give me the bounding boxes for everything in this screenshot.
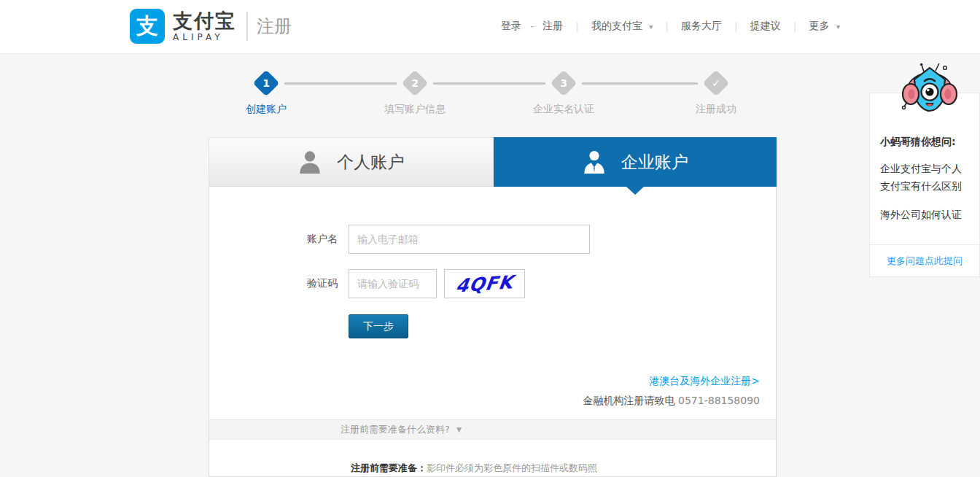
brand-text: 支付宝 ALIPAY xyxy=(173,10,236,42)
nav-my-alipay-link[interactable]: 我的支付宝 ▾ xyxy=(591,20,653,33)
nav-suggestion-link[interactable]: 提建议 xyxy=(750,20,781,33)
brand-name-en: ALIPAY xyxy=(173,32,236,42)
business-person-icon xyxy=(582,149,607,175)
main-content: 1 创建账户 2 填写账户信息 3 企业实名认证 ✓ 注册成功 个人账户 xyxy=(0,54,980,477)
captcha-image[interactable]: 4QFK xyxy=(444,269,525,298)
mascot-robot-icon xyxy=(901,63,959,120)
step-register-success: ✓ 注册成功 xyxy=(665,69,767,116)
step-1-marker: 1 xyxy=(253,70,280,97)
captcha-image-text: 4QFK xyxy=(454,271,515,297)
more-questions-link[interactable]: 更多问题点此提问 xyxy=(870,244,979,276)
account-name-row: 账户名 xyxy=(307,225,776,254)
step-2-number: 2 xyxy=(405,74,424,93)
logo-divider xyxy=(246,12,248,41)
step-enterprise-verify: 3 企业实名认证 xyxy=(513,69,615,116)
prepare-note-text: 影印件必须为彩色原件的扫描件或数码照 xyxy=(427,462,597,473)
overseas-register-link[interactable]: 港澳台及海外企业注册> xyxy=(649,375,760,388)
help-question-overseas[interactable]: 海外公司如何认证 xyxy=(880,206,969,223)
help-question-difference[interactable]: 企业支付宝与个人支付宝有什么区别 xyxy=(880,160,969,195)
account-email-input[interactable] xyxy=(349,225,590,254)
nav-register-link[interactable]: 注册 xyxy=(542,20,563,33)
nav-separator: | xyxy=(793,20,797,32)
nav-separator: | xyxy=(665,20,669,32)
register-panel: 个人账户 企业账户 账户名 验证码 4QFK xyxy=(209,137,777,477)
nav-separator: | xyxy=(575,20,579,32)
tab-personal-account[interactable]: 个人账户 xyxy=(209,137,494,187)
help-card: 小蚂哥猜你想问: 企业支付宝与个人支付宝有什么区别 海外公司如何认证 更多问题点… xyxy=(869,93,980,277)
step-3-marker: 3 xyxy=(551,70,578,97)
nav-more-label: 更多 xyxy=(809,20,830,31)
person-icon xyxy=(298,149,322,175)
nav-more-link[interactable]: 更多 ▾ xyxy=(809,20,840,33)
nav-my-alipay-label: 我的支付宝 xyxy=(591,20,642,31)
chevron-down-icon: ▼ xyxy=(456,426,462,433)
step-1-number: 1 xyxy=(257,74,276,93)
step-4-marker: ✓ xyxy=(703,70,730,97)
page-title: 注册 xyxy=(257,15,292,38)
prepare-note: 注册前需要准备：影印件必须为彩色原件的扫描件或数码照 xyxy=(351,462,597,475)
nav-separator: | xyxy=(734,20,738,32)
captcha-label: 验证码 xyxy=(307,277,341,290)
alipay-logo-icon: 支 xyxy=(130,9,165,44)
help-card-title: 小蚂哥猜你想问: xyxy=(880,136,969,149)
step-3-label: 企业实名认证 xyxy=(513,103,615,116)
nav-dash: - xyxy=(530,20,534,32)
tab-enterprise-account[interactable]: 企业账户 xyxy=(494,137,777,187)
progress-stepper: 1 创建账户 2 填写账户信息 3 企业实名认证 ✓ 注册成功 xyxy=(209,69,777,125)
brand-name-cn: 支付宝 xyxy=(173,10,236,32)
step-2-marker: 2 xyxy=(402,70,429,97)
tab-personal-label: 个人账户 xyxy=(337,151,404,174)
step-create-account: 1 创建账户 xyxy=(215,69,317,116)
step-1-label: 创建账户 xyxy=(215,103,317,116)
captcha-row: 验证码 4QFK xyxy=(307,269,776,298)
check-icon: ✓ xyxy=(707,74,726,93)
tab-enterprise-label: 企业账户 xyxy=(621,151,688,174)
finance-contact-note: 金融机构注册请致电 0571-88158090 xyxy=(583,395,760,408)
nav-service-hall-link[interactable]: 服务大厅 xyxy=(681,20,722,33)
account-type-tabs: 个人账户 企业账户 xyxy=(209,137,777,187)
step-2-label: 填写账户信息 xyxy=(364,103,466,116)
step-4-label: 注册成功 xyxy=(665,103,767,116)
alipay-logo[interactable]: 支 支付宝 ALIPAY 注册 xyxy=(130,9,292,44)
chevron-down-icon: ▾ xyxy=(836,23,840,31)
nav-login-link[interactable]: 登录 xyxy=(501,20,521,33)
prepare-note-label: 注册前需要准备： xyxy=(351,462,427,473)
register-form: 账户名 验证码 4QFK 下一步 xyxy=(209,187,776,338)
header: 支 支付宝 ALIPAY 注册 登录 - 注册 | 我的支付宝 ▾ | 服务大厅… xyxy=(0,0,980,54)
accordion-title: 注册前需要准备什么资料? xyxy=(341,423,450,436)
step-fill-info: 2 填写账户信息 xyxy=(364,69,466,116)
captcha-input[interactable] xyxy=(349,269,437,298)
account-name-label: 账户名 xyxy=(307,233,341,246)
alipay-logo-glyph: 支 xyxy=(136,12,158,42)
prepare-materials-accordion[interactable]: 注册前需要准备什么资料? ▼ xyxy=(209,419,776,440)
next-step-button[interactable]: 下一步 xyxy=(349,314,408,338)
step-3-number: 3 xyxy=(554,74,573,93)
finance-note-text: 金融机构注册请致电 xyxy=(583,395,675,406)
top-nav: 登录 - 注册 | 我的支付宝 ▾ | 服务大厅 | 提建议 | 更多 ▾ xyxy=(494,20,847,33)
chevron-down-icon: ▾ xyxy=(649,23,653,31)
finance-phone-number: 0571-88158090 xyxy=(678,395,760,406)
